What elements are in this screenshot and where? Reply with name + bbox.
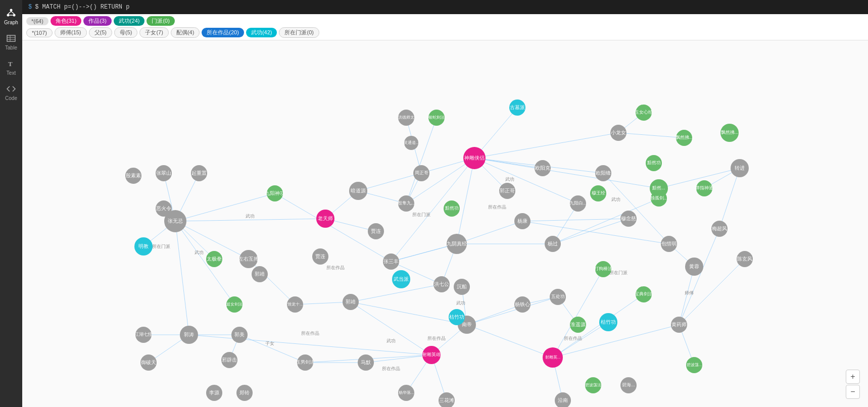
filter-rel-all[interactable]: *(107) [26,28,53,37]
node-bibo2[interactable] [686,357,702,373]
node-yunanjian[interactable] [297,354,313,371]
node-laotianshi[interactable] [316,210,334,228]
node-jiuyin[interactable] [447,234,467,254]
node-guojing[interactable] [343,294,359,310]
node-wudangpai[interactable] [392,270,410,288]
node-baoxiruo[interactable] [661,236,677,252]
node-yunu[interactable] [636,105,652,121]
node-meichaofeng[interactable] [711,221,728,237]
node-shediaoyingxiong2[interactable] [543,347,563,368]
sidebar-item-code[interactable]: Code [0,80,22,105]
filter-master[interactable]: 师傅(15) [55,27,87,38]
node-yangguo[interactable] [545,236,561,252]
node-lingtong[interactable] [404,136,418,150]
filter-mother[interactable]: 母(5) [114,27,137,38]
node-chaonu[interactable] [226,296,243,313]
svg-line-69 [618,133,684,138]
node-piaoran2[interactable] [720,124,739,142]
node-qizhong[interactable] [191,165,207,181]
node-chenchuan[interactable] [454,279,470,295]
node-yanghua[interactable] [398,385,414,401]
node-liyuan[interactable] [206,385,222,401]
node-jianlian[interactable] [368,223,384,239]
node-xiaolong[interactable] [610,125,626,141]
node-bihai[interactable] [620,377,637,393]
node-gumupai[interactable] [509,99,525,116]
node-jiuyang-bai[interactable] [570,195,586,212]
filter-children[interactable]: 子女(7) [139,27,168,38]
node-guotao[interactable] [180,326,198,344]
filter-all[interactable]: *(64) [26,17,49,25]
node-shediaoyingxiong[interactable] [422,346,441,364]
node-yinshe[interactable] [428,110,445,126]
sidebar-item-table[interactable]: Table [0,29,22,55]
node-munianzi[interactable] [620,211,637,227]
sidebar-item-text[interactable]: T Text [0,55,22,80]
node-jiuyangshengong[interactable] [267,185,283,201]
node-huangrong[interactable] [685,258,703,276]
svg-text:所在门派: 所在门派 [609,270,628,275]
node-jianlian2[interactable] [312,248,328,265]
node-mingjiao[interactable] [134,237,153,256]
node-ouyanke[interactable] [535,160,551,176]
svg-line-15 [175,221,189,335]
svg-line-28 [457,221,522,244]
node-bibofa[interactable] [585,377,601,393]
node-hongqigong[interactable] [433,276,450,292]
node-taijiquan[interactable] [206,251,222,267]
filter-role[interactable]: 角色(31) [51,16,82,26]
zoom-out-button[interactable]: − [846,385,860,399]
node-zhangcuishan[interactable] [156,165,172,181]
node-zhuanjin[interactable] [731,159,749,177]
node-chenxuanfeng[interactable] [737,251,753,267]
node-guomei[interactable] [231,327,248,343]
node-ehuo[interactable] [156,200,172,217]
node-zhouzhengge[interactable] [413,165,429,181]
node-xiepi[interactable] [221,352,237,368]
node-yangtixin[interactable] [514,296,531,313]
filter-skill[interactable]: 武功(24) [114,16,145,26]
node-zhangsanfeng[interactable] [383,253,399,270]
filter-in-sect[interactable]: 所在门派(0) [279,27,319,38]
filter-skill-42[interactable]: 武功(42) [246,28,277,37]
node-kuzhu2[interactable] [449,309,465,325]
node-yinxun[interactable] [398,195,414,212]
node-shendiao[interactable] [463,147,486,169]
svg-text:所在作品: 所在作品 [427,336,446,341]
filter-sect[interactable]: 门派(0) [147,16,174,26]
node-guojing2[interactable] [252,266,268,282]
node-dagoufa[interactable] [595,261,611,277]
node-dugu[interactable] [651,190,667,207]
node-piaoran[interactable] [676,130,692,146]
node-yangkang[interactable] [514,213,531,229]
node-ouyanfeng[interactable] [595,165,611,181]
node-zhengling[interactable] [236,385,253,401]
node-yannan[interactable] [555,392,571,407]
node-kuzhu[interactable] [599,313,617,331]
node-jianghu[interactable] [135,327,152,343]
node-mamo[interactable] [358,354,374,371]
sidebar-item-graph[interactable]: Graph [0,4,22,29]
node-anrangong[interactable] [646,155,662,171]
node-sanhua[interactable] [439,392,455,407]
graph-area[interactable]: 武功 武功 所在作品 所在门派 所在作品 武功 武功 所在门派 所在作品 子女 … [22,40,868,407]
node-anrangong2[interactable] [444,200,460,217]
node-huaiyao[interactable] [570,317,586,333]
filter-in-work[interactable]: 所在作品(20) [202,28,244,37]
node-yupotian[interactable] [140,354,157,371]
filter-father[interactable]: 父(5) [89,27,112,38]
node-muwangjing[interactable] [590,185,606,201]
node-baodian[interactable] [636,286,652,302]
node-wuchugong[interactable] [550,289,566,305]
node-huangyaoshi[interactable] [671,317,687,333]
node-tanzhi[interactable] [696,180,712,196]
node-guozhengge[interactable] [499,183,515,199]
filter-work[interactable]: 作品(3) [83,16,111,26]
filter-spouse[interactable]: 配偶(4) [171,27,200,38]
node-shulong[interactable] [287,296,303,313]
node-andaoyuan[interactable] [349,182,367,200]
node-yinsushu[interactable] [125,168,141,184]
node-hongde[interactable] [398,110,414,126]
zoom-in-button[interactable]: + [846,370,860,384]
node-zuoyou[interactable] [239,250,258,268]
